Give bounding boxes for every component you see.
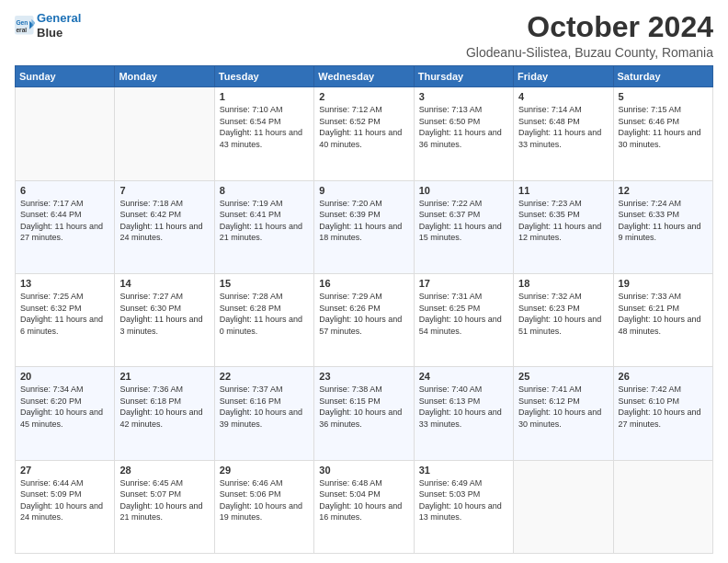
calendar-cell: 25Sunrise: 7:41 AM Sunset: 6:12 PM Dayli… (514, 367, 613, 460)
calendar-week-1: 6Sunrise: 7:17 AM Sunset: 6:44 PM Daylig… (16, 180, 713, 273)
day-number: 5 (619, 91, 708, 102)
calendar: Sunday Monday Tuesday Wednesday Thursday… (15, 65, 713, 554)
calendar-cell: 15Sunrise: 7:28 AM Sunset: 6:28 PM Dayli… (214, 273, 313, 366)
location-title: Glodeanu-Silistea, Buzau County, Romania (466, 45, 713, 60)
calendar-cell: 29Sunrise: 6:46 AM Sunset: 5:06 PM Dayli… (214, 460, 313, 553)
day-detail: Sunrise: 7:24 AM Sunset: 6:33 PM Dayligh… (619, 198, 708, 244)
calendar-cell: 16Sunrise: 7:29 AM Sunset: 6:26 PM Dayli… (314, 273, 414, 366)
col-saturday: Saturday (613, 66, 712, 87)
day-number: 28 (119, 465, 209, 476)
calendar-cell: 19Sunrise: 7:33 AM Sunset: 6:21 PM Dayli… (613, 273, 712, 366)
day-detail: Sunrise: 6:48 AM Sunset: 5:04 PM Dayligh… (319, 477, 408, 523)
calendar-cell: 14Sunrise: 7:27 AM Sunset: 6:30 PM Dayli… (115, 273, 214, 366)
day-number: 17 (419, 278, 508, 289)
day-number: 4 (518, 91, 608, 102)
calendar-cell: 22Sunrise: 7:37 AM Sunset: 6:16 PM Dayli… (214, 367, 313, 460)
calendar-cell (16, 87, 115, 180)
day-detail: Sunrise: 7:33 AM Sunset: 6:21 PM Dayligh… (619, 291, 708, 337)
day-detail: Sunrise: 7:34 AM Sunset: 6:20 PM Dayligh… (20, 384, 109, 430)
day-detail: Sunrise: 7:20 AM Sunset: 6:39 PM Dayligh… (319, 198, 408, 244)
day-detail: Sunrise: 7:10 AM Sunset: 6:54 PM Dayligh… (220, 104, 309, 150)
col-tuesday: Tuesday (214, 66, 313, 87)
day-number: 16 (319, 278, 408, 289)
day-detail: Sunrise: 7:17 AM Sunset: 6:44 PM Dayligh… (20, 198, 109, 244)
day-detail: Sunrise: 7:40 AM Sunset: 6:13 PM Dayligh… (419, 384, 508, 430)
day-number: 18 (518, 278, 608, 289)
day-number: 9 (319, 185, 408, 196)
calendar-cell: 11Sunrise: 7:23 AM Sunset: 6:35 PM Dayli… (514, 180, 613, 273)
title-block: October 2024 Glodeanu-Silistea, Buzau Co… (466, 11, 713, 60)
calendar-cell: 30Sunrise: 6:48 AM Sunset: 5:04 PM Dayli… (314, 460, 414, 553)
calendar-cell: 23Sunrise: 7:38 AM Sunset: 6:15 PM Dayli… (314, 367, 414, 460)
day-number: 8 (220, 185, 309, 196)
day-number: 30 (319, 465, 408, 476)
col-sunday: Sunday (16, 66, 115, 87)
day-detail: Sunrise: 7:38 AM Sunset: 6:15 PM Dayligh… (319, 384, 408, 430)
calendar-cell (115, 87, 214, 180)
day-detail: Sunrise: 7:23 AM Sunset: 6:35 PM Dayligh… (518, 198, 608, 244)
day-number: 15 (220, 278, 309, 289)
day-number: 1 (220, 91, 309, 102)
col-wednesday: Wednesday (314, 66, 414, 87)
day-detail: Sunrise: 7:13 AM Sunset: 6:50 PM Dayligh… (419, 104, 508, 150)
day-detail: Sunrise: 7:14 AM Sunset: 6:48 PM Dayligh… (518, 104, 608, 150)
header: Gen eral General Blue October 2024 Glode… (15, 11, 713, 60)
logo: Gen eral General Blue (15, 11, 81, 40)
calendar-cell: 10Sunrise: 7:22 AM Sunset: 6:37 PM Dayli… (414, 180, 513, 273)
day-detail: Sunrise: 7:12 AM Sunset: 6:52 PM Dayligh… (319, 104, 408, 150)
logo-text: General Blue (37, 11, 81, 40)
day-number: 3 (419, 91, 508, 102)
day-number: 31 (419, 465, 508, 476)
day-number: 21 (119, 371, 209, 382)
calendar-cell: 8Sunrise: 7:19 AM Sunset: 6:41 PM Daylig… (214, 180, 313, 273)
calendar-cell: 6Sunrise: 7:17 AM Sunset: 6:44 PM Daylig… (16, 180, 115, 273)
calendar-cell: 3Sunrise: 7:13 AM Sunset: 6:50 PM Daylig… (414, 87, 513, 180)
day-detail: Sunrise: 6:49 AM Sunset: 5:03 PM Dayligh… (419, 477, 508, 523)
calendar-cell: 7Sunrise: 7:18 AM Sunset: 6:42 PM Daylig… (115, 180, 214, 273)
calendar-cell: 9Sunrise: 7:20 AM Sunset: 6:39 PM Daylig… (314, 180, 414, 273)
day-number: 22 (220, 371, 309, 382)
logo-icon: Gen eral (15, 16, 35, 36)
day-number: 25 (518, 371, 608, 382)
calendar-cell: 13Sunrise: 7:25 AM Sunset: 6:32 PM Dayli… (16, 273, 115, 366)
col-monday: Monday (115, 66, 214, 87)
day-detail: Sunrise: 7:22 AM Sunset: 6:37 PM Dayligh… (419, 198, 508, 244)
calendar-cell: 12Sunrise: 7:24 AM Sunset: 6:33 PM Dayli… (613, 180, 712, 273)
day-number: 20 (20, 371, 109, 382)
day-detail: Sunrise: 6:46 AM Sunset: 5:06 PM Dayligh… (220, 477, 309, 523)
calendar-cell: 4Sunrise: 7:14 AM Sunset: 6:48 PM Daylig… (514, 87, 613, 180)
calendar-cell (514, 460, 613, 553)
calendar-cell: 24Sunrise: 7:40 AM Sunset: 6:13 PM Dayli… (414, 367, 513, 460)
calendar-week-0: 1Sunrise: 7:10 AM Sunset: 6:54 PM Daylig… (16, 87, 713, 180)
day-number: 23 (319, 371, 408, 382)
day-detail: Sunrise: 7:25 AM Sunset: 6:32 PM Dayligh… (20, 291, 109, 337)
day-detail: Sunrise: 7:32 AM Sunset: 6:23 PM Dayligh… (518, 291, 608, 337)
svg-text:eral: eral (16, 26, 27, 32)
col-thursday: Thursday (414, 66, 513, 87)
month-title: October 2024 (466, 11, 713, 43)
day-detail: Sunrise: 7:37 AM Sunset: 6:16 PM Dayligh… (220, 384, 309, 430)
calendar-cell: 17Sunrise: 7:31 AM Sunset: 6:25 PM Dayli… (414, 273, 513, 366)
calendar-cell: 20Sunrise: 7:34 AM Sunset: 6:20 PM Dayli… (16, 367, 115, 460)
day-detail: Sunrise: 7:18 AM Sunset: 6:42 PM Dayligh… (119, 198, 209, 244)
calendar-week-3: 20Sunrise: 7:34 AM Sunset: 6:20 PM Dayli… (16, 367, 713, 460)
day-number: 12 (619, 185, 708, 196)
page: Gen eral General Blue October 2024 Glode… (0, 0, 728, 563)
calendar-cell: 18Sunrise: 7:32 AM Sunset: 6:23 PM Dayli… (514, 273, 613, 366)
day-detail: Sunrise: 7:31 AM Sunset: 6:25 PM Dayligh… (419, 291, 508, 337)
day-detail: Sunrise: 7:42 AM Sunset: 6:10 PM Dayligh… (619, 384, 708, 430)
day-number: 26 (619, 371, 708, 382)
day-detail: Sunrise: 7:27 AM Sunset: 6:30 PM Dayligh… (119, 291, 209, 337)
day-number: 27 (20, 465, 109, 476)
day-number: 29 (220, 465, 309, 476)
calendar-cell: 2Sunrise: 7:12 AM Sunset: 6:52 PM Daylig… (314, 87, 414, 180)
day-detail: Sunrise: 6:45 AM Sunset: 5:07 PM Dayligh… (119, 477, 209, 523)
day-number: 2 (319, 91, 408, 102)
day-detail: Sunrise: 6:44 AM Sunset: 5:09 PM Dayligh… (20, 477, 109, 523)
day-number: 14 (119, 278, 209, 289)
calendar-cell: 27Sunrise: 6:44 AM Sunset: 5:09 PM Dayli… (16, 460, 115, 553)
day-number: 19 (619, 278, 708, 289)
day-number: 6 (20, 185, 109, 196)
day-detail: Sunrise: 7:28 AM Sunset: 6:28 PM Dayligh… (220, 291, 309, 337)
day-number: 11 (518, 185, 608, 196)
